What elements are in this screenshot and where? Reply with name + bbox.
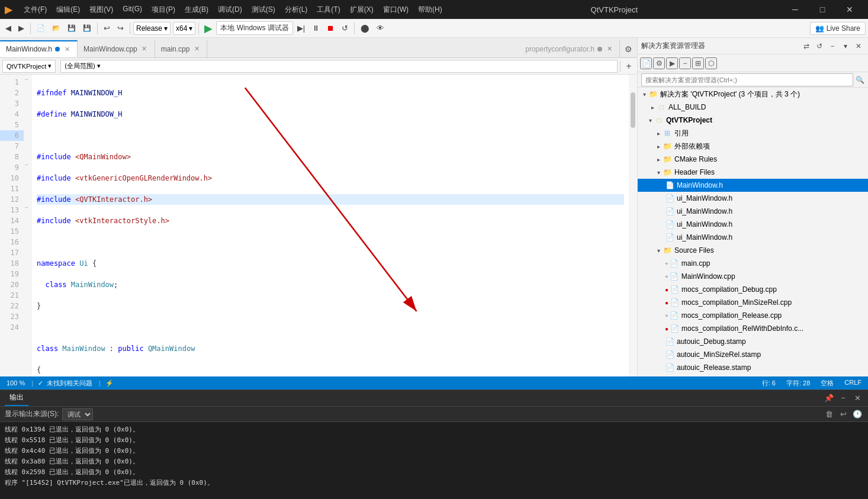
undo-button[interactable]: ↩ [101, 22, 113, 34]
menu-build[interactable]: 生成(B) [180, 2, 213, 17]
menu-analyze[interactable]: 分析(L) [280, 2, 313, 17]
tab-close-button[interactable]: ✕ [192, 45, 201, 53]
tab-propertyconfigurator[interactable]: propertyconfigurator.h ✕ [519, 40, 620, 57]
tree-autouic-minsizerel[interactable]: 📄 autouic_MinSizeRel.stamp [638, 348, 868, 361]
stop-button[interactable]: ⏹ [324, 22, 337, 34]
tree-external-deps[interactable]: ▸ 📁 外部依赖项 [638, 140, 868, 153]
scrollbar-thumb[interactable] [631, 92, 635, 128]
tree-mainwindow-h[interactable]: 📄 MainWindow.h [638, 179, 868, 192]
close-panel-button[interactable]: ✕ [853, 40, 864, 52]
tree-header-files[interactable]: ▾ 📁 Header Files [638, 166, 868, 179]
output-tab[interactable]: 输出 [5, 390, 28, 406]
zoom-level[interactable]: 100 % [5, 379, 27, 387]
platform-dropdown[interactable]: x64 ▾ [173, 22, 195, 35]
pin-button[interactable]: − [827, 40, 838, 52]
new-file-button[interactable]: 📄 [34, 22, 48, 34]
output-source-select[interactable]: 调试 [62, 408, 93, 420]
menu-debug[interactable]: 调试(D) [213, 2, 247, 17]
tree-ui-mainwindow-h-2[interactable]: 📄 ui_MainWindow.h [638, 205, 868, 218]
no-issues-label[interactable]: 未找到相关问题 [45, 379, 94, 388]
code-area[interactable]: #ifndef MAINWINDOW_H #define MAINWINDOW_… [32, 75, 629, 376]
panel-minimize-button[interactable]: − [837, 392, 849, 404]
tree-mocs-minsizerel[interactable]: ● 📄 mocs_compilation_MinSizeRel.cpp [638, 296, 868, 309]
project-scope-dropdown[interactable]: QtVTKProject ▾ [2, 60, 56, 73]
menu-project[interactable]: 项目(P) [147, 2, 180, 17]
tab-close-button[interactable]: ✕ [140, 45, 149, 53]
tree-mocs-relwithdebinfo[interactable]: ● 📄 mocs_compilation_RelWithDebInfo.c... [638, 322, 868, 335]
menu-edit[interactable]: 编辑(E) [52, 2, 85, 17]
forward-button[interactable]: ▶ [15, 22, 27, 34]
refresh-button[interactable]: ↺ [814, 40, 825, 52]
tree-all-build[interactable]: ▸ □ ALL_BUILD [638, 101, 868, 114]
tree-qtvtkproject[interactable]: ▾ □ QtVTKProject [638, 114, 868, 127]
redo-button[interactable]: ↪ [114, 22, 127, 34]
tree-cmake-rules[interactable]: ▸ 📁 CMake Rules [638, 153, 868, 166]
tab-main-cpp[interactable]: main.cpp ✕ [155, 40, 208, 57]
watch-button[interactable]: 👁 [374, 22, 387, 34]
breakpoint-button[interactable]: ⬤ [358, 22, 372, 34]
vertical-scrollbar[interactable] [629, 75, 637, 376]
pause-button[interactable]: ⏸ [309, 22, 323, 34]
preview-button[interactable]: ▶ [666, 57, 678, 69]
tree-mocs-debug[interactable]: ● 📄 mocs_compilation_Debug.cpp [638, 283, 868, 296]
maximize-button[interactable]: □ [809, 0, 836, 19]
tree-mainwindow-cpp[interactable]: + 📄 MainWindow.cpp [638, 270, 868, 283]
back-button[interactable]: ◀ [2, 22, 14, 34]
scope-dropdown[interactable]: (全局范围) ▾ [60, 60, 618, 73]
menu-tools[interactable]: 工具(T) [312, 2, 345, 17]
start-debug-button[interactable]: ▶ [202, 21, 215, 36]
tree-autouic-release[interactable]: 📄 autouic_Release.stamp [638, 361, 868, 374]
tree-source-files[interactable]: ▾ 📁 Source Files [638, 244, 868, 257]
spaces-indicator[interactable]: 空格 [819, 379, 835, 388]
liveshare-button[interactable]: 👥 Live Share [810, 22, 866, 35]
sync-button[interactable]: ⇄ [801, 40, 812, 52]
solution-search-input[interactable] [641, 73, 853, 86]
save-button[interactable]: 💾 [65, 22, 79, 34]
restart-button[interactable]: ↺ [339, 22, 351, 34]
menu-window[interactable]: 窗口(W) [378, 2, 413, 17]
menu-help[interactable]: 帮助(H) [413, 2, 447, 17]
tree-references[interactable]: ▸ ⊞ 引用 [638, 127, 868, 140]
close-button[interactable]: ✕ [836, 0, 863, 19]
menu-test[interactable]: 测试(S) [247, 2, 280, 17]
menu-git[interactable]: Git(G) [118, 2, 147, 17]
tree-ui-mainwindow-h-3[interactable]: 📄 ui_MainWindow.h [638, 218, 868, 231]
add-button[interactable]: + [623, 60, 635, 72]
tab-mainwindow-h[interactable]: MainWindow.h ✕ [0, 40, 78, 57]
col-indicator[interactable]: 字符: 28 [785, 379, 812, 388]
tree-autouic-debug[interactable]: 📄 autouic_Debug.stamp [638, 335, 868, 348]
menu-view[interactable]: 视图(V) [85, 2, 118, 17]
tab-settings-button[interactable]: ⚙ [620, 40, 637, 57]
clear-output-button[interactable]: 🗑 [823, 408, 835, 420]
run-label[interactable]: 本地 Windows 调试器 [216, 21, 292, 35]
panel-pin-button[interactable]: 📌 [823, 392, 835, 404]
panel-close-button[interactable]: ✕ [851, 392, 863, 404]
clock-button[interactable]: 🕐 [851, 408, 863, 420]
open-button[interactable]: 📂 [49, 22, 63, 34]
wrap-button[interactable]: ↩ [837, 408, 849, 420]
row-indicator[interactable]: 行: 6 [760, 379, 777, 388]
minimize-button[interactable]: ─ [782, 0, 809, 19]
show-all-files-button[interactable]: 📄 [640, 57, 652, 69]
properties-button[interactable]: ⚙ [653, 57, 665, 69]
tree-main-cpp[interactable]: + 📄 main.cpp [638, 257, 868, 270]
filter-button[interactable]: ⊞ [692, 57, 704, 69]
collapse-all-button[interactable]: − [679, 57, 691, 69]
git-button[interactable]: ⬡ [705, 57, 717, 69]
tree-ui-mainwindow-h-4[interactable]: 📄 ui_MainWindow.h [638, 231, 868, 244]
tab-close-button[interactable]: ✕ [63, 45, 71, 53]
configuration-dropdown[interactable]: Release ▾ [133, 22, 171, 35]
settings-button[interactable]: ▾ [840, 40, 851, 52]
tree-solution-root[interactable]: ▾ 📁 解决方案 'QtVTKProject' (3 个项目，共 3 个) [638, 88, 868, 101]
menu-file[interactable]: 文件(F) [19, 2, 52, 17]
tree-item-label: 外部依赖项 [674, 141, 710, 152]
line-ending-indicator[interactable]: CRLF [843, 379, 863, 388]
tree-autouic-relwithdebinfo[interactable]: 📄 autouic_RelWithDebInfo.stamp [638, 374, 868, 376]
tab-close-button[interactable]: ✕ [605, 45, 613, 53]
tree-mocs-release[interactable]: + 📄 mocs_compilation_Release.cpp [638, 309, 868, 322]
tree-ui-mainwindow-h-1[interactable]: 📄 ui_MainWindow.h [638, 192, 868, 205]
save-all-button[interactable]: 💾 [80, 22, 94, 34]
menu-extensions[interactable]: 扩展(X) [345, 2, 378, 17]
tab-mainwindow-cpp[interactable]: MainWindow.cpp ✕ [78, 40, 155, 57]
step-over-button[interactable]: ▶| [294, 22, 308, 34]
